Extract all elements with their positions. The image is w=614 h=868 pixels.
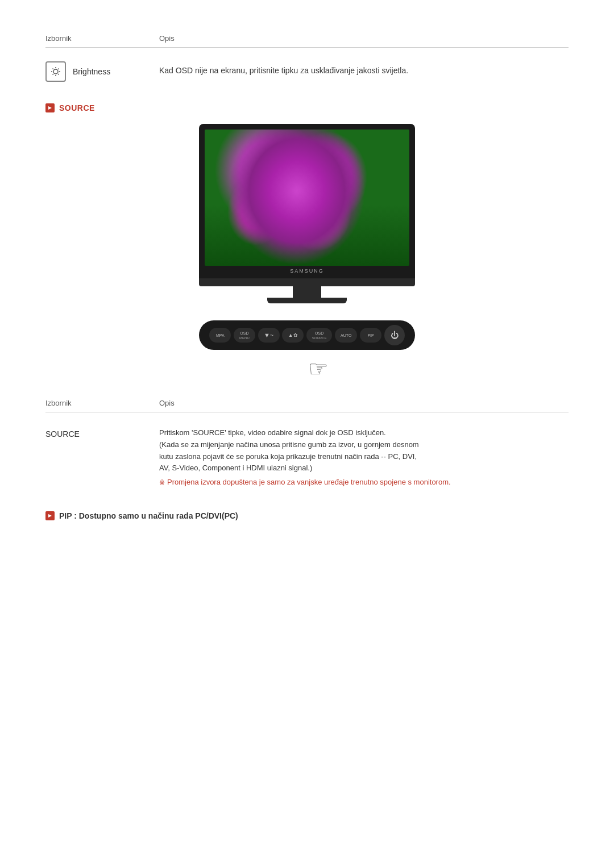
power-button[interactable]: ⏻ (384, 325, 405, 345)
brightness-menu-cell: Brightness (45, 61, 159, 82)
pip-label: PIP (367, 333, 374, 337)
source-header: SOURCE (45, 103, 569, 112)
source-note-line: ※ Promjena izvora dopuštena je samo za v… (159, 477, 569, 489)
source-desc-1: Pritiskom 'SOURCE' tipke, video odabire … (159, 427, 569, 439)
monitor-base-top (199, 278, 415, 286)
auto-button[interactable]: AUTO (335, 328, 357, 343)
osd-source-button[interactable]: OSD SOURCE (306, 328, 333, 343)
mpa-label: MPA (216, 333, 225, 337)
source-note-text: Promjena izvora dopuštena je samo za van… (167, 477, 451, 489)
pip-title: PIP : Dostupno samo u načinu rada PC/DVI… (59, 511, 238, 520)
power-icon: ⏻ (391, 331, 399, 339)
down-button[interactable]: ▼~ (258, 328, 280, 343)
svg-line-7 (58, 69, 59, 70)
svg-line-5 (53, 69, 54, 70)
svg-point-0 (53, 69, 58, 74)
menu-label: MENU (239, 336, 250, 340)
osd-source-top: OSD (315, 331, 323, 335)
note-symbol-icon: ※ (159, 477, 165, 488)
brightness-button[interactable]: ▲✿ (282, 328, 304, 343)
brightness-icon (45, 61, 66, 82)
monitor-frame: SAMSUNG (199, 124, 415, 278)
monitor-neck (293, 286, 321, 298)
source-desc-3: kutu zaslona pojavit će se poruka koja p… (159, 451, 569, 463)
brightness-desc: Kad OSD nije na ekranu, pritisnite tipku… (159, 61, 569, 75)
monitor-flower-image (205, 130, 409, 266)
second-table: Izbornik Opis SOURCE Pritiskom 'SOURCE' … (45, 399, 569, 494)
monitor-brand: SAMSUNG (205, 266, 409, 275)
top-table: Izbornik Opis Brightness Kad OSD nije n (45, 34, 569, 86)
source-desc-4: AV, S-Video, Component i HDMI ulazni sig… (159, 462, 569, 474)
mpa-button[interactable]: MPA (209, 328, 231, 343)
source-menu-cell: SOURCE (45, 427, 159, 439)
source-row: SOURCE Pritiskom 'SOURCE' tipke, video o… (45, 422, 569, 494)
brightness-label: Brightness (73, 67, 110, 76)
source-title: SOURCE (59, 103, 95, 112)
monitor-illustration: SAMSUNG (45, 124, 569, 303)
svg-marker-9 (48, 106, 52, 110)
table-header-top: Izbornik Opis (45, 34, 569, 48)
source-icon (45, 103, 55, 112)
osd-source-bottom: SOURCE (312, 336, 327, 340)
col2-desc-header: Opis (159, 399, 569, 407)
pip-button[interactable]: PIP (360, 328, 381, 343)
svg-line-6 (58, 74, 59, 75)
col2-menu-header: Izbornik (45, 399, 159, 407)
pip-icon (45, 511, 55, 520)
pip-section: PIP : Dostupno samo u načinu rada PC/DVI… (45, 511, 569, 520)
hand-pointer-icon: ☞ (57, 356, 580, 382)
monitor-screen (205, 130, 409, 266)
table-header-second: Izbornik Opis (45, 399, 569, 412)
osd-label: OSD (240, 331, 248, 335)
svg-line-8 (53, 74, 54, 75)
source-desc-cell: Pritiskom 'SOURCE' tipke, video odabire … (159, 427, 569, 489)
auto-label: AUTO (341, 333, 351, 337)
pip-header: PIP : Dostupno samo u načinu rada PC/DVI… (45, 511, 569, 520)
osd-menu-button[interactable]: OSD MENU (234, 328, 255, 343)
source-desc-2: (Kada se za mijenjanje načina unosa prit… (159, 439, 569, 451)
col-menu-header: Izbornik (45, 34, 159, 43)
svg-marker-10 (48, 514, 52, 518)
brightness-row: Brightness Kad OSD nije na ekranu, priti… (45, 57, 569, 86)
monitor-button-panel: MPA OSD MENU ▼~ ▲✿ OSD SOURCE AUTO PIP ⏻ (199, 320, 415, 350)
col-desc-header: Opis (159, 34, 569, 43)
source-section: SOURCE SAMSUNG MPA OSD MENU ▼~ ▲✿ OSD S (45, 103, 569, 382)
monitor-foot (267, 298, 347, 303)
